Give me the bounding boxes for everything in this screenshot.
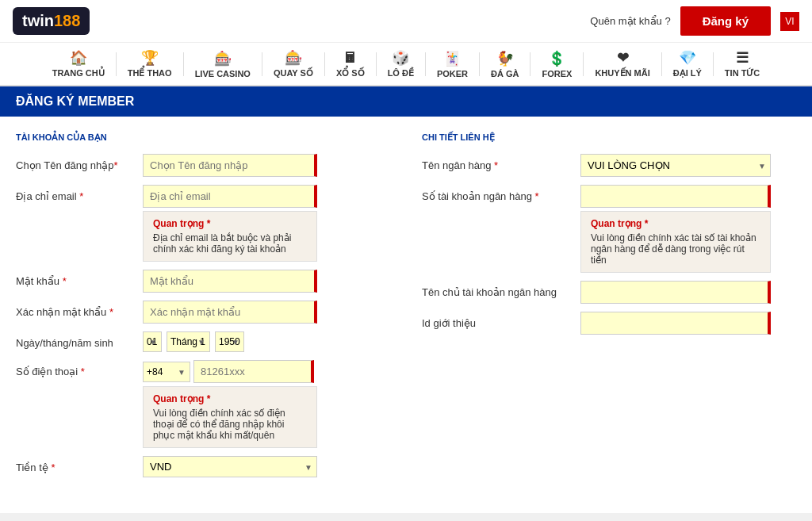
calculator-icon: 🖩 (343, 50, 358, 67)
currency-row: Tiền tệ * VND (16, 456, 390, 477)
nav-lo-de[interactable]: 🎲 LÔ ĐỀ (377, 46, 425, 82)
password-input[interactable] (143, 270, 317, 293)
nav-forex[interactable]: 💲 FOREX (530, 47, 583, 82)
agent-icon: 💎 (679, 49, 696, 67)
cockfight-icon: 🐓 (496, 50, 514, 67)
bank-name-input-wrap: VUI LÒNG CHỌN (580, 154, 796, 177)
currency-label: Tiền tệ * (16, 456, 143, 473)
trophy-icon: 🏆 (141, 49, 159, 67)
bank-name-label: Tên ngân hàng * (422, 154, 580, 171)
slots-icon: 🎰 (285, 49, 302, 67)
email-row: Địa chỉ email * Quan trọng * Địa chỉ ema… (16, 185, 390, 262)
email-note-title: Quan trọng * (153, 218, 307, 229)
nav-the-thao[interactable]: 🏆 THỂ THAO (117, 46, 183, 82)
referral-label: Id giới thiệu (422, 312, 580, 329)
username-row: Chọn Tên đăng nhập* (16, 154, 390, 177)
dob-day-select[interactable]: 010203 (143, 331, 162, 352)
nav-da-ga[interactable]: 🐓 ĐÁ GÀ (480, 47, 530, 82)
referral-row: Id giới thiệu (422, 312, 796, 335)
nav-live-casino[interactable]: 🎰 LIVE CASINO (184, 47, 262, 82)
password-label: Mật khẩu * (16, 270, 143, 287)
left-section-label: TÀI KHOẢN CỦA BẠN (16, 132, 390, 143)
nav-poker[interactable]: 🃏 POKER (426, 47, 479, 82)
right-column: CHI TIẾT LIÊN HỆ Tên ngân hàng * VUI LÒN… (422, 132, 796, 485)
phone-row: Số điện thoại * +84 Quan trọng * (16, 360, 390, 448)
nav-trang-chu[interactable]: 🏠 TRANG CHỦ (41, 46, 116, 82)
account-holder-label: Tên chủ tài khoản ngân hàng (422, 281, 580, 298)
bank-note-text: Vui lòng điền chính xác tài số tài khoản… (591, 232, 760, 266)
dob-day-wrapper: 010203 (143, 331, 162, 352)
email-input[interactable] (143, 185, 317, 208)
phone-number-input[interactable] (193, 360, 314, 383)
dob-month-select[interactable]: Tháng 1Tháng 2 (167, 331, 210, 352)
dob-year-select[interactable]: 19501951 (215, 331, 244, 352)
registration-form: TÀI KHOẢN CỦA BẠN Chọn Tên đăng nhập* Đị… (0, 117, 812, 513)
dob-inputs: 010203 Tháng 1Tháng 2 19501951 (143, 331, 244, 352)
required-mark: * (78, 366, 85, 377)
bank-account-input-wrap: Quan trọng * Vui lòng điền chính xác tài… (580, 185, 796, 273)
phone-code-wrapper: +84 (143, 362, 190, 382)
referral-input[interactable] (580, 312, 771, 335)
required-mark: * (491, 159, 498, 171)
phone-input-wrap: +84 Quan trọng * Vui lòng điền chính xác… (143, 360, 317, 448)
bank-account-input[interactable] (580, 185, 771, 208)
confirm-password-label: Xác nhận mật khẩu * (16, 301, 143, 318)
nav-dai-ly[interactable]: 💎 ĐẠI LÝ (662, 46, 713, 82)
account-holder-input[interactable] (580, 281, 771, 304)
phone-note-text: Vui lòng điền chính xác số điện thoại để… (153, 408, 307, 441)
required-mark: * (77, 190, 84, 202)
language-icon[interactable]: VI (780, 12, 799, 31)
bank-name-select[interactable]: VUI LÒNG CHỌN (580, 154, 771, 177)
confirm-password-input[interactable] (143, 301, 317, 324)
lottery-icon: 🎲 (392, 49, 409, 67)
email-input-wrap: Quan trọng * Địa chỉ email là bắt buộc v… (143, 185, 317, 262)
poker-icon: 🃏 (443, 50, 461, 67)
required-mark: * (59, 275, 67, 287)
bank-account-label: Số tài khoản ngân hàng * (422, 185, 580, 202)
promotion-icon: ❤ (617, 49, 629, 67)
bank-select-wrapper: VUI LÒNG CHỌN (580, 154, 771, 177)
bank-name-row: Tên ngân hàng * VUI LÒNG CHỌN (422, 154, 796, 177)
account-holder-row: Tên chủ tài khoản ngân hàng (422, 281, 796, 304)
right-section-label: CHI TIẾT LIÊN HỆ (422, 132, 796, 143)
referral-input-wrap (580, 312, 796, 335)
phone-note-title: Quan trọng * (153, 393, 307, 404)
register-button[interactable]: Đăng ký (680, 6, 771, 36)
email-note-text: Địa chỉ email là bắt buộc và phải chính … (153, 232, 307, 255)
currency-select-wrapper: VND (143, 456, 317, 477)
dob-label: Ngày/tháng/năm sinh (16, 331, 143, 349)
phone-note-box: Quan trọng * Vui lòng điền chính xác số … (143, 386, 317, 448)
required-mark: * (106, 306, 113, 318)
phone-label: Số điện thoại * (16, 360, 143, 377)
forgot-password-link[interactable]: Quên mật khẩu ? (590, 15, 670, 27)
home-icon: 🏠 (70, 49, 87, 67)
required-mark: * (48, 462, 56, 473)
nav-khuyen-mai[interactable]: ❤ KHUYẾN MÃI (584, 46, 661, 82)
logo: twin188 (13, 7, 90, 35)
bank-note-box: Quan trọng * Vui lòng điền chính xác tài… (580, 211, 771, 273)
account-holder-input-wrap (580, 281, 796, 304)
bank-note-title: Quan trọng * (591, 218, 760, 229)
username-label: Chọn Tên đăng nhập* (16, 154, 143, 171)
bank-account-row: Số tài khoản ngân hàng * Quan trọng * Vu… (422, 185, 796, 273)
dob-month-wrapper: Tháng 1Tháng 2 (167, 331, 210, 352)
news-icon: ☰ (736, 49, 749, 67)
dob-row: Ngày/tháng/năm sinh 010203 Tháng 1Tháng … (16, 331, 390, 352)
nav-quay-so[interactable]: 🎰 QUAY SỐ (262, 46, 324, 82)
nav-tin-tuc[interactable]: ☰ TIN TỨC (714, 46, 771, 82)
phone-code-select[interactable]: +84 (143, 362, 190, 382)
required-mark: * (532, 190, 539, 202)
casino-icon: 🎰 (214, 50, 232, 67)
dob-year-wrapper: 19501951 (215, 331, 244, 352)
nav-xo-so[interactable]: 🖩 XỔ SỐ (325, 47, 376, 82)
email-note-box: Quan trọng * Địa chỉ email là bắt buộc v… (143, 211, 317, 262)
phone-row-inputs: +84 (143, 360, 317, 383)
email-label: Địa chỉ email * (16, 185, 143, 202)
required-mark: * (113, 159, 117, 171)
left-column: TÀI KHOẢN CỦA BẠN Chọn Tên đăng nhập* Đị… (16, 132, 390, 485)
password-row: Mật khẩu * (16, 270, 390, 293)
page-title-bar: ĐĂNG KÝ MEMBER (0, 86, 812, 117)
currency-select[interactable]: VND (143, 456, 317, 477)
page-title: ĐĂNG KÝ MEMBER (16, 94, 134, 108)
username-input[interactable] (143, 154, 317, 177)
